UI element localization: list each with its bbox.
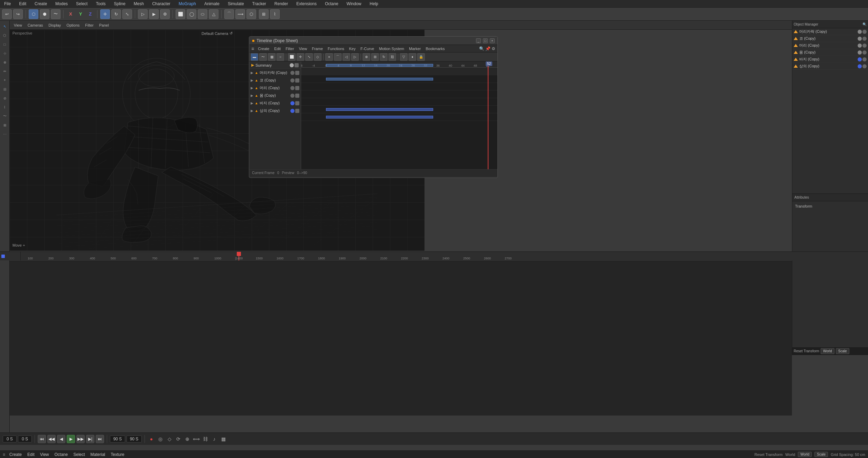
object-row-1[interactable]: 코 (Copy) <box>792 35 868 42</box>
dope-filter-btn[interactable]: ▽ <box>400 53 408 61</box>
menu-simulate[interactable]: Simulate <box>226 1 245 7</box>
dope-track-row-1[interactable]: ▶ ▲ 코 (Copy) <box>249 77 301 84</box>
dope-timeline-area[interactable]: -8 -4 0 4 8 12 16 20 24 28 32 36 40 44 4… <box>301 61 497 169</box>
render-settings-btn[interactable]: ⚙ <box>160 9 170 19</box>
obj-vis-5[interactable] <box>858 64 862 68</box>
transport-sound-icon[interactable]: ♪ <box>211 435 218 443</box>
menu-edit[interactable]: Edit <box>18 1 28 7</box>
obj-render-5[interactable] <box>862 64 867 68</box>
track-expand-1[interactable]: ▶ <box>251 78 253 82</box>
left-panel-object-btn[interactable]: ⬡ <box>1 31 9 39</box>
transport-goto-end-btn[interactable]: ⏭ <box>96 435 104 443</box>
transport-end-time2[interactable]: 90 S <box>127 436 142 442</box>
dope-menu-filter[interactable]: Filter <box>284 46 295 51</box>
obj-vis-3[interactable] <box>858 50 862 55</box>
menu-mesh[interactable]: Mesh <box>132 1 145 7</box>
status-menu-icon[interactable]: ≡ <box>3 452 5 457</box>
track-expand-2[interactable]: ▶ <box>251 86 253 90</box>
track-expand-5[interactable]: ▶ <box>251 109 253 113</box>
dope-menu-key[interactable]: Key <box>348 46 357 51</box>
dope-menu-fcurve[interactable]: F-Curve <box>360 46 375 51</box>
dope-menu-motion[interactable]: Motion System <box>378 46 405 51</box>
status-menu-view[interactable]: View <box>39 451 50 458</box>
status-scale-btn[interactable]: Scale <box>814 452 828 457</box>
menu-mograph[interactable]: MoGraph <box>177 1 197 7</box>
timeline-track-row-4[interactable] <box>301 106 497 113</box>
left-panel-field-btn[interactable]: ⊞ <box>1 121 9 129</box>
primitive-cylinder-btn[interactable]: ⬭ <box>198 9 207 19</box>
dope-motion-mode-btn[interactable]: ▦ <box>268 53 276 61</box>
left-panel-spline-btn[interactable]: 〜 <box>1 112 9 120</box>
transport-next-btn[interactable]: ▶▶ <box>76 435 85 443</box>
track-expand-0[interactable]: ▶ <box>251 71 253 75</box>
key-btn-3[interactable] <box>295 94 299 98</box>
view-menu-view[interactable]: View <box>12 22 24 28</box>
view-menu-options[interactable]: Options <box>65 22 81 28</box>
component-btn[interactable]: ⬢ <box>40 9 49 19</box>
dope-track-row-5[interactable]: ▶ ▲ 상의 (Copy) <box>249 107 301 115</box>
key-btn-2[interactable] <box>295 86 299 90</box>
dope-menu-edit[interactable]: Edit <box>273 46 282 51</box>
dope-scale-keys-btn[interactable]: ⤡ <box>305 53 313 61</box>
dope-maximize-btn[interactable]: □ <box>483 38 488 43</box>
left-panel-sculpt-btn[interactable]: ⌖ <box>1 76 9 84</box>
vis-btn-4[interactable] <box>290 101 295 105</box>
dope-menu-frame[interactable]: Frame <box>311 46 324 51</box>
dope-select-btn[interactable]: ⬜ <box>288 53 296 61</box>
status-world-btn[interactable]: World <box>798 452 812 457</box>
track-key-btn-0[interactable] <box>295 63 299 67</box>
attr-world-btn[interactable]: World <box>821 348 834 354</box>
transport-end-time[interactable]: 90 S <box>110 436 125 442</box>
left-panel-uv-btn[interactable]: ⊟ <box>1 85 9 93</box>
primitive-cube-btn[interactable]: ⬜ <box>176 9 185 19</box>
transport-next-frame-btn[interactable]: ▶| <box>86 435 94 443</box>
menu-window[interactable]: Window <box>345 1 363 7</box>
dope-track-row-3[interactable]: ▶ ▲ 몸 (Copy) <box>249 92 301 99</box>
dope-menu-toggle[interactable]: ≡ <box>251 46 254 51</box>
left-panel-extra-btn[interactable]: ⋯ <box>1 130 9 138</box>
status-menu-texture[interactable]: Texture <box>109 451 125 458</box>
vis-btn-1[interactable] <box>290 78 295 83</box>
status-menu-material[interactable]: Material <box>89 451 107 458</box>
vis-btn-2[interactable] <box>290 86 295 90</box>
timeline-track-row-5[interactable] <box>301 113 497 121</box>
obj-render-0[interactable] <box>862 30 867 34</box>
axis-x-btn[interactable]: X <box>66 10 75 18</box>
key-btn-4[interactable] <box>295 101 299 105</box>
dope-menu-create[interactable]: Create <box>257 46 270 51</box>
menu-help[interactable]: Help <box>368 1 380 7</box>
dope-ease-out-btn[interactable]: ▷ <box>351 53 359 61</box>
menu-create[interactable]: Create <box>33 1 48 7</box>
dope-circle-btn[interactable]: ○ <box>277 53 284 61</box>
redo-btn[interactable]: ↪ <box>13 9 23 19</box>
transport-link-icon[interactable]: ⛓ <box>202 435 209 443</box>
object-row-0[interactable]: 머리카락 (Copy) <box>792 28 868 35</box>
timeline-summary-row[interactable] <box>301 68 497 75</box>
rotate-btn[interactable]: ↻ <box>111 9 121 19</box>
left-panel-pointer-btn[interactable]: ↖ <box>1 22 9 30</box>
view-menu-filter[interactable]: Filter <box>84 22 95 28</box>
object-row-5[interactable]: 상의 (Copy) <box>792 63 868 70</box>
menu-select[interactable]: Select <box>75 1 89 7</box>
left-panel-scene-btn[interactable]: □ <box>1 40 9 48</box>
menu-extensions[interactable]: Extensions <box>295 1 318 7</box>
track-expand-4[interactable]: ▶ <box>251 101 253 105</box>
menu-tracker[interactable]: Tracker <box>251 1 268 7</box>
left-panel-snap-btn[interactable]: ⊕ <box>1 58 9 66</box>
transport-prev-frame-btn[interactable]: ◀◀ <box>47 435 56 443</box>
object-row-3[interactable]: 몸 (Copy) <box>792 49 868 56</box>
om-search-icon[interactable]: 🔍 <box>862 22 867 26</box>
left-panel-paint-btn[interactable]: ✏ <box>1 67 9 75</box>
transport-prev-btn[interactable]: ◀ <box>57 435 65 443</box>
transport-motion-icon[interactable]: ◎ <box>157 435 164 443</box>
dope-key-type-btn[interactable]: ⋄ <box>325 53 333 61</box>
transport-auto-key-icon[interactable]: ⟳ <box>175 435 182 443</box>
timeline-track-row-3[interactable] <box>301 98 497 106</box>
status-menu-create[interactable]: Create <box>8 451 23 458</box>
transport-start-time2[interactable]: 0 S <box>18 436 32 442</box>
dope-track-row-2[interactable]: ▶ ▲ 머리 (Copy) <box>249 84 301 92</box>
render-btn[interactable]: ▶ <box>149 9 159 19</box>
mograph-btn[interactable]: ⊞ <box>259 9 269 19</box>
obj-vis-4[interactable] <box>858 57 862 61</box>
view-menu-panel[interactable]: Panel <box>98 22 110 28</box>
